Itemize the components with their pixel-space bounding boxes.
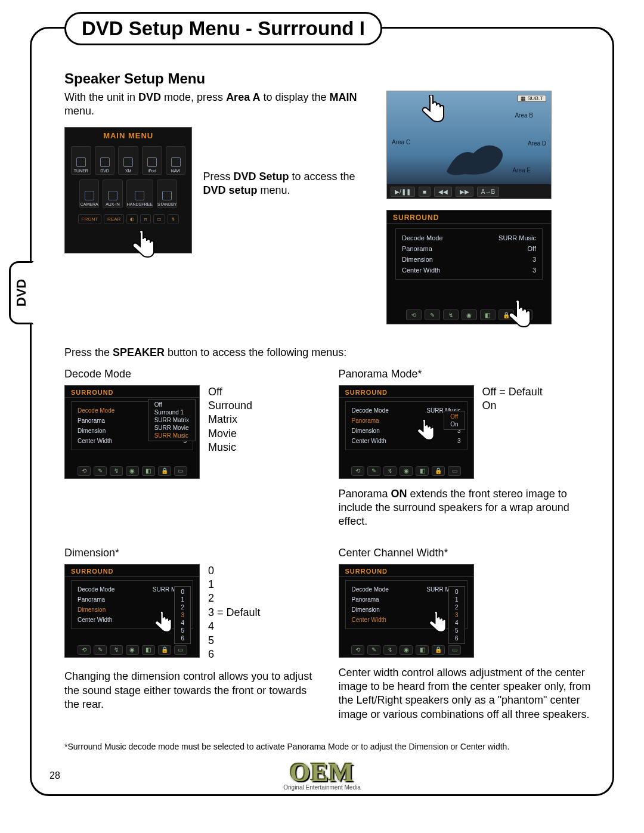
- mm-xm[interactable]: XM: [118, 146, 138, 175]
- mm-ipod[interactable]: iPod: [142, 146, 162, 175]
- page-title-tab: DVD Setup Menu - Surrround I: [64, 12, 382, 45]
- speaker-line: Press the SPEAKER button to access the f…: [64, 346, 595, 360]
- footer-btn-1[interactable]: ⟲: [406, 309, 422, 320]
- pointing-hand-icon: [417, 95, 447, 131]
- ff-btn[interactable]: ▶▶: [456, 187, 473, 197]
- block-center: Center Channel Width* SURROUND Decode Mo…: [339, 547, 595, 722]
- row-dimension[interactable]: Dimension3: [400, 254, 538, 265]
- manual-page: DVD Setup Menu - Surrround I DVD Speaker…: [30, 27, 614, 796]
- main-menu-header: MAIN MENU: [65, 128, 191, 141]
- row-decode[interactable]: Decode ModeSURR Music: [400, 233, 538, 243]
- panorama-options: Off = Default On: [482, 385, 543, 413]
- area-c-label: Area C: [392, 139, 410, 145]
- intro-para-2: Press DVD Setup to access the DVD setup …: [203, 170, 374, 197]
- logo-text: OEM: [283, 757, 361, 788]
- play-pause-btn[interactable]: ▶/❚❚: [391, 187, 415, 197]
- footnote: *Surround Music decode mode must be sele…: [64, 742, 595, 751]
- main-menu-screenshot: MAIN MENU TUNER DVD XM iPod NAVI CAMERA …: [64, 127, 192, 253]
- mm-rear[interactable]: REAR: [104, 214, 124, 224]
- section-heading: Speaker Setup Menu: [64, 70, 595, 87]
- surround-panel-screenshot: SURROUND Decode ModeSURR Music PanoramaO…: [386, 210, 552, 324]
- center-desc: Center width control allows adjustment o…: [339, 666, 595, 722]
- mm-dvd[interactable]: DVD: [95, 146, 115, 175]
- dimension-options: 0 1 2 3 = Default 4 5 6: [208, 564, 261, 662]
- mm-standby[interactable]: STANDBY: [157, 179, 178, 208]
- center-screenshot: SURROUND Decode ModeSURR Music PanoramaO…: [339, 564, 474, 658]
- stop-btn[interactable]: ■: [419, 187, 431, 197]
- area-b-label: Area B: [515, 112, 533, 119]
- dimension-desc: Changing the dimension control allows yo…: [64, 670, 321, 711]
- ab-btn[interactable]: A→B: [477, 187, 499, 197]
- footer-btn-7[interactable]: ▭: [517, 309, 532, 320]
- block-panorama: Panorama Mode* SURROUND Decode ModeSURR …: [339, 368, 595, 529]
- footer-btn-2[interactable]: ✎: [425, 309, 440, 320]
- intro-para-1: With the unit in DVD mode, press Area A …: [64, 91, 374, 117]
- decode-options: Off Surround Matrix Movie Music: [208, 385, 252, 455]
- dimension-title: Dimension*: [64, 547, 321, 559]
- center-title: Center Channel Width*: [339, 547, 595, 559]
- main-menu-footer-btns: FRONT REAR ◐ π ▭ ↯: [65, 212, 191, 227]
- intro-left: With the unit in DVD mode, press Area A …: [64, 91, 374, 324]
- side-tab-label: DVD: [14, 279, 29, 306]
- subtitle-chip[interactable]: ▦ SUB.T: [518, 95, 546, 102]
- block-dimension: Dimension* SURROUND Decode ModeSURR Musi…: [64, 547, 321, 722]
- intro-right: Area B Area C Area D Area E ▦ SUB.T ▶/❚❚…: [386, 91, 595, 324]
- video-controls-bar: ▶/❚❚ ■ ◀◀ ▶▶ A→B: [387, 184, 551, 199]
- rew-btn[interactable]: ◀◀: [434, 187, 452, 197]
- block-decode: Decode Mode SURROUND Decode ModeSURR Mus…: [64, 368, 321, 529]
- footer-btn-speaker[interactable]: ◧: [480, 309, 496, 320]
- area-d-label: Area D: [528, 140, 546, 147]
- mm-front[interactable]: FRONT: [78, 214, 102, 224]
- oem-logo: OEM Original Entertainment Media: [283, 757, 361, 791]
- page-number: 28: [49, 770, 60, 781]
- mm-icon1[interactable]: ◐: [126, 214, 138, 224]
- whale-image: [441, 135, 512, 177]
- mm-auxin[interactable]: AUX-IN: [103, 179, 122, 208]
- decode-title: Decode Mode: [64, 368, 321, 380]
- center-popup[interactable]: 0 1 2 3 4 5 6: [448, 586, 465, 644]
- mm-handsfree[interactable]: HANDSFREE: [126, 179, 153, 208]
- mm-icon3[interactable]: ▭: [153, 214, 165, 224]
- side-tab-dvd: DVD: [9, 261, 34, 324]
- panorama-title: Panorama Mode*: [339, 368, 595, 380]
- panorama-screenshot: SURROUND Decode ModeSURR Music PanoramaO…: [339, 385, 474, 479]
- surround-body: Decode ModeSURR Music PanoramaOff Dimens…: [395, 228, 543, 280]
- mm-camera[interactable]: CAMERA: [79, 179, 99, 208]
- dimension-screenshot: SURROUND Decode ModeSURR Music PanoramaO…: [64, 564, 200, 658]
- footer-btn-6[interactable]: 🔒: [499, 309, 514, 320]
- decode-screenshot: SURROUND Decode ModeSURR Music PanoramaO…: [64, 385, 200, 479]
- surround-header: SURROUND: [387, 210, 551, 224]
- panorama-desc: Panorama ON extends the front stereo ima…: [339, 487, 595, 529]
- video-area-screenshot: Area B Area C Area D Area E ▦ SUB.T ▶/❚❚…: [386, 91, 552, 199]
- mm-navi[interactable]: NAVI: [166, 146, 186, 175]
- main-menu-grid-1: TUNER DVD XM iPod NAVI: [65, 141, 191, 177]
- pointing-hand-icon: [127, 230, 157, 266]
- footer-btn-4[interactable]: ◉: [462, 309, 477, 320]
- dimension-popup[interactable]: 0 1 2 3 4 5 6: [174, 586, 191, 644]
- mm-icon2[interactable]: π: [140, 214, 151, 224]
- main-menu-grid-2: CAMERA AUX-IN HANDSFREE STANDBY: [65, 177, 191, 212]
- panorama-popup[interactable]: Off On: [444, 411, 465, 430]
- surround-footer-btns: ⟲ ✎ ↯ ◉ ◧ 🔒 ▭: [387, 309, 551, 320]
- intro-row: With the unit in DVD mode, press Area A …: [64, 91, 595, 324]
- footer-btn-3[interactable]: ↯: [443, 309, 459, 320]
- decode-popup[interactable]: Off Surround 1 SURR Matrix SURR Movie SU…: [148, 399, 196, 441]
- logo-tagline: Original Entertainment Media: [283, 784, 361, 791]
- row-panorama[interactable]: PanoramaOff: [400, 243, 538, 254]
- row-centerwidth[interactable]: Center Width3: [400, 265, 538, 275]
- area-e-label: Area E: [512, 167, 531, 174]
- mm-tuner[interactable]: TUNER: [71, 146, 91, 175]
- four-grid: Decode Mode SURROUND Decode ModeSURR Mus…: [64, 368, 595, 722]
- mm-icon4[interactable]: ↯: [168, 214, 179, 224]
